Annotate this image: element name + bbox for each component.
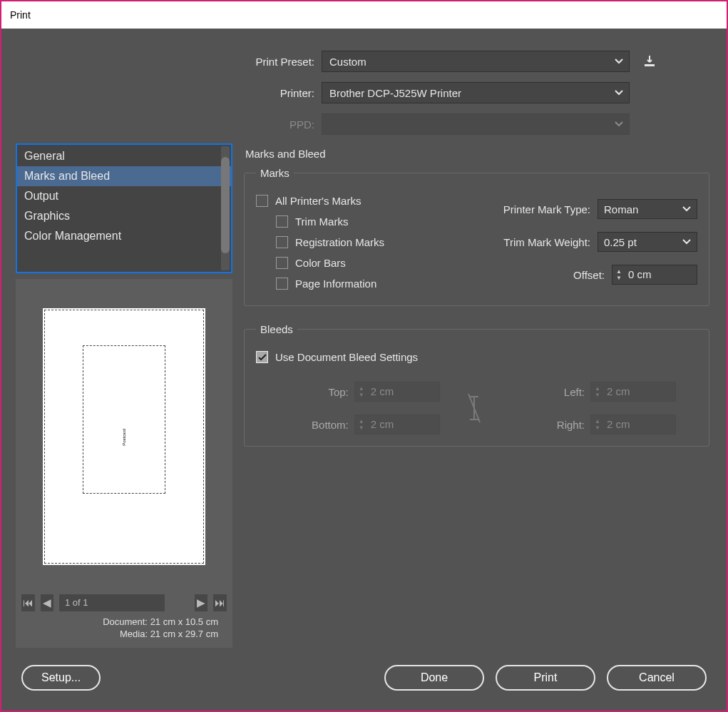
offset-label: Offset: <box>573 269 605 281</box>
print-preset-select[interactable]: Custom <box>322 51 630 72</box>
save-preset-icon[interactable] <box>642 54 657 68</box>
prev-page-button[interactable]: ◀ <box>41 594 54 611</box>
page-information-label: Page Information <box>295 278 376 290</box>
marks-fieldset: Marks All Printer's Marks Trim Marks Reg… <box>244 167 709 306</box>
preview-panel: Postcard ⏮ ◀ 1 of 1 ▶ ⏭ Document: 21 cm … <box>16 279 232 648</box>
bleed-right-label: Right: <box>501 419 585 431</box>
document-size-value: 21 cm x 10.5 cm <box>150 616 218 627</box>
registration-marks-checkbox[interactable] <box>276 236 288 248</box>
printer-value: Brother DCP-J525W Printer <box>329 87 461 99</box>
print-preset-value: Custom <box>329 56 366 68</box>
chevron-down-icon <box>615 121 622 128</box>
print-dialog: Print Print Preset: Custom Printer: Brot… <box>0 0 728 712</box>
category-item[interactable]: Color Management <box>17 226 231 246</box>
chevron-down-icon <box>615 59 622 66</box>
bleed-bottom-value: 2 cm <box>368 415 397 434</box>
offset-value: 0 cm <box>625 265 655 285</box>
category-item[interactable]: Output <box>17 186 231 206</box>
pager: ⏮ ◀ 1 of 1 ▶ ⏭ <box>21 593 227 613</box>
bleed-bottom-stepper: ▲▼2 cm <box>354 415 440 434</box>
first-page-button[interactable]: ⏮ <box>21 594 35 611</box>
document-size-label: Document: <box>86 616 148 629</box>
category-list[interactable]: GeneralMarks and BleedOutputGraphicsColo… <box>16 143 232 273</box>
trim-mark-weight-value: 0.25 pt <box>604 236 637 248</box>
chevron-down-icon <box>682 239 691 245</box>
use-document-bleed-label: Use Document Bleed Settings <box>275 351 418 363</box>
printer-mark-type-label: Printer Mark Type: <box>503 203 590 215</box>
trim-mark-weight-select[interactable]: 0.25 pt <box>598 232 697 252</box>
chevron-down-icon <box>615 90 622 97</box>
bleed-right-stepper: ▲▼2 cm <box>590 415 676 434</box>
next-page-button[interactable]: ▶ <box>195 594 208 611</box>
scrollbar-thumb[interactable] <box>221 146 230 270</box>
category-item[interactable]: Marks and Bleed <box>17 166 231 186</box>
ppd-label: PPD: <box>33 118 314 131</box>
media-size-label: Media: <box>86 628 148 641</box>
page-information-checkbox[interactable] <box>276 278 288 290</box>
page-preview: Postcard <box>43 308 205 565</box>
bleed-bottom-label: Bottom: <box>256 419 349 431</box>
print-button[interactable]: Print <box>496 665 595 691</box>
cancel-button[interactable]: Cancel <box>607 665 707 691</box>
trim-marks-label: Trim Marks <box>295 215 348 228</box>
top-form: Print Preset: Custom Printer: Brother DC… <box>1 29 727 143</box>
bleeds-fieldset: Bleeds Use Document Bleed Settings Top: … <box>244 323 709 447</box>
done-button[interactable]: Done <box>384 665 484 691</box>
trim-marks-checkbox[interactable] <box>276 215 288 228</box>
use-document-bleed-checkbox[interactable] <box>256 351 268 363</box>
printer-select[interactable]: Brother DCP-J525W Printer <box>322 82 630 103</box>
category-item[interactable]: Graphics <box>17 206 231 226</box>
printer-mark-type-select[interactable]: Roman <box>598 199 697 219</box>
bleed-top-label: Top: <box>256 386 349 398</box>
panel-title: Marks and Bleed <box>244 143 709 167</box>
chevron-down-icon <box>682 206 691 212</box>
dialog-title: Print <box>1 1 727 29</box>
all-printers-marks-checkbox[interactable] <box>256 195 268 207</box>
bleed-top-stepper: ▲▼2 cm <box>354 382 440 402</box>
color-bars-label: Color Bars <box>295 257 346 269</box>
bleed-left-stepper: ▲▼2 cm <box>590 382 676 402</box>
trim-mark-weight-label: Trim Mark Weight: <box>503 236 590 248</box>
bleed-left-value: 2 cm <box>604 382 633 402</box>
page-indicator[interactable]: 1 of 1 <box>59 594 165 611</box>
preview-thumbnail-text: Postcard <box>122 429 126 446</box>
color-bars-checkbox[interactable] <box>276 257 288 269</box>
media-size-value: 21 cm x 29.7 cm <box>150 629 218 639</box>
bleed-right-value: 2 cm <box>604 415 633 434</box>
bleeds-legend: Bleeds <box>256 323 297 335</box>
marks-legend: Marks <box>256 167 294 179</box>
offset-stepper[interactable]: ▲▼ 0 cm <box>612 265 697 285</box>
setup-button[interactable]: Setup... <box>21 665 101 691</box>
print-preset-label: Print Preset: <box>33 56 314 68</box>
printer-mark-type-value: Roman <box>604 203 638 215</box>
printer-label: Printer: <box>33 87 314 99</box>
link-icon <box>467 392 496 424</box>
bleed-left-label: Left: <box>501 386 585 398</box>
stepper-arrows-icon[interactable]: ▲▼ <box>612 268 625 281</box>
all-printers-marks-label: All Printer's Marks <box>275 195 361 207</box>
ppd-select <box>322 113 630 135</box>
bleed-top-value: 2 cm <box>368 382 397 402</box>
category-item[interactable]: General <box>17 146 231 166</box>
registration-marks-label: Registration Marks <box>295 236 384 248</box>
last-page-button[interactable]: ⏭ <box>213 594 227 611</box>
